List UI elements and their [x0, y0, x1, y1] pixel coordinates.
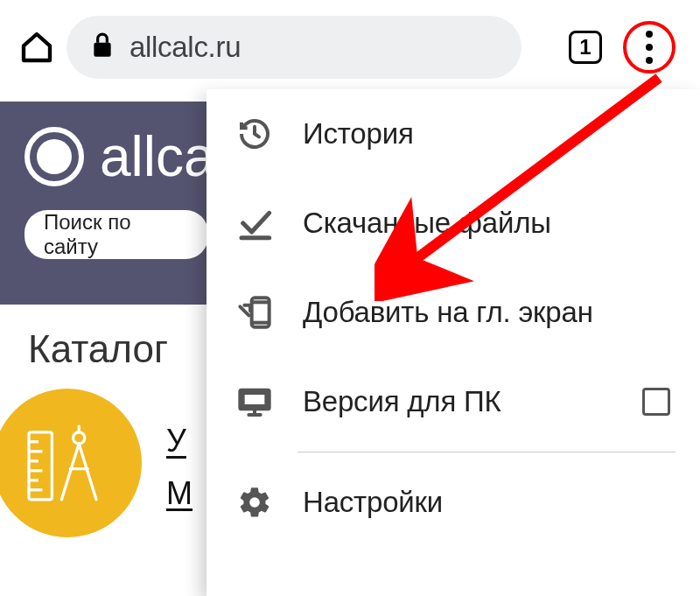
more-vertical-icon [646, 31, 653, 64]
browser-toolbar: allcalc.ru 1 [0, 0, 700, 91]
home-icon[interactable] [19, 30, 54, 65]
svg-line-10 [79, 444, 96, 500]
catalog-link-text[interactable]: У М [166, 423, 192, 512]
menu-item-history[interactable]: История [206, 89, 700, 179]
search-input[interactable]: Поиск по сайту [24, 210, 208, 259]
gear-icon [236, 484, 273, 521]
desktop-site-checkbox[interactable] [642, 388, 670, 416]
lock-icon [91, 32, 114, 62]
svg-rect-19 [243, 393, 267, 406]
menu-item-label: Версия для ПК [303, 385, 501, 418]
catalog-link-line2: М [166, 475, 192, 512]
url-text: allcalc.ru [130, 31, 241, 64]
search-placeholder: Поиск по сайту [44, 210, 189, 259]
svg-rect-0 [94, 43, 110, 57]
history-icon [236, 116, 273, 152]
menu-divider [298, 452, 676, 452]
menu-item-label: Скачанные файлы [303, 207, 551, 240]
desktop-icon [236, 383, 273, 420]
tab-count-label: 1 [579, 37, 591, 58]
site-name: allca [100, 124, 215, 189]
add-to-homescreen-icon [236, 294, 273, 331]
site-logo [24, 127, 84, 186]
catalog-link-line1: У [166, 423, 192, 459]
svg-line-9 [61, 444, 79, 500]
toolbar-right: 1 [569, 21, 676, 74]
tab-count-button[interactable]: 1 [569, 31, 602, 64]
menu-item-label: Настройки [303, 486, 443, 519]
menu-item-label: Добавить на гл. экран [303, 296, 593, 329]
ruler-compass-icon [0, 389, 142, 537]
address-bar[interactable]: allcalc.ru [66, 16, 522, 79]
menu-item-label: История [303, 117, 414, 151]
browser-dropdown-menu: История Скачанные файлы Добавить на гл. … [206, 89, 700, 596]
menu-item-add-to-homescreen[interactable]: Добавить на гл. экран [206, 268, 700, 357]
menu-item-downloads[interactable]: Скачанные файлы [206, 179, 700, 268]
menu-item-settings[interactable]: Настройки [206, 458, 700, 547]
more-menu-button[interactable] [623, 21, 676, 74]
menu-item-desktop-site[interactable]: Версия для ПК [206, 357, 700, 446]
svg-point-8 [74, 432, 85, 444]
download-done-icon [236, 205, 273, 242]
